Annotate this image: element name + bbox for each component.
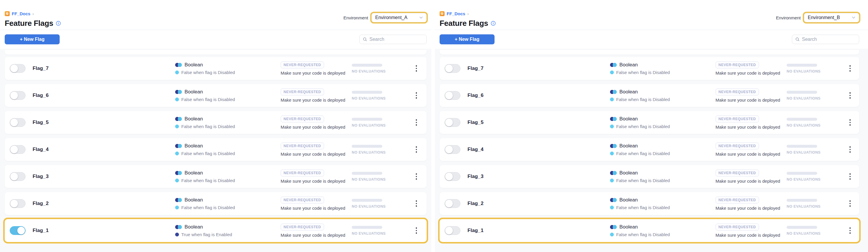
flag-name: Flag_7: [33, 65, 49, 71]
kebab-menu-icon[interactable]: [848, 118, 853, 127]
flag-toggle[interactable]: [444, 118, 460, 127]
flag-row[interactable]: Flag_5 Boolean False when flag is Disabl…: [5, 111, 427, 134]
flag-toggle[interactable]: [10, 91, 26, 100]
info-icon[interactable]: [56, 21, 61, 26]
flag-row[interactable]: Flag_3 Boolean False when flag is Disabl…: [440, 165, 859, 188]
flag-toggle[interactable]: [10, 64, 26, 73]
evaluations-label: NO EVALUATIONS: [352, 69, 406, 73]
kebab-menu-icon[interactable]: [414, 118, 419, 127]
flag-toggle[interactable]: [444, 226, 460, 235]
search-input[interactable]: [369, 37, 423, 42]
new-flag-button[interactable]: + New Flag: [5, 34, 60, 44]
evaluations-label: NO EVALUATIONS: [786, 178, 841, 182]
evaluations-bar: [786, 64, 817, 67]
flag-type: Boolean: [185, 170, 203, 176]
search-icon: [363, 37, 367, 42]
toggle-knob: [445, 119, 453, 126]
kebab-menu-icon[interactable]: [848, 226, 853, 235]
boolean-type-icon: [610, 144, 617, 148]
environment-select[interactable]: Environment_B: [804, 13, 859, 22]
flag-row[interactable]: Flag_2 Boolean False when flag is Disabl…: [5, 192, 427, 215]
kebab-menu-icon[interactable]: [848, 171, 853, 182]
flag-state-text: False when flag is Disabled: [616, 97, 670, 102]
boolean-type-icon: [610, 171, 617, 175]
flag-toggle[interactable]: [444, 145, 460, 154]
flag-row[interactable]: Flag_3 Boolean False when flag is Disabl…: [5, 165, 427, 188]
flag-toggle[interactable]: [10, 172, 26, 181]
flag-row[interactable]: Flag_4 Boolean False when flag is Disabl…: [440, 138, 859, 161]
kebab-menu-icon[interactable]: [414, 91, 419, 100]
flag-name: Flag_3: [467, 174, 484, 180]
flag-state-text: False when flag is Disabled: [616, 70, 670, 75]
flag-state-text: False when flag is Disabled: [616, 151, 670, 156]
flag-type: Boolean: [619, 197, 638, 203]
flag-toggle[interactable]: [10, 145, 26, 154]
toggle-knob: [10, 200, 18, 207]
flag-row[interactable]: Flag_6 Boolean False when flag is Disabl…: [440, 84, 859, 107]
flag-row[interactable]: Flag_7 Boolean False when flag is Disabl…: [440, 57, 859, 80]
dual-environment-comparison: FF_Docs › Feature Flags Environment Envi…: [0, 0, 868, 252]
flag-toggle[interactable]: [444, 91, 460, 100]
evaluations-label: NO EVALUATIONS: [352, 96, 406, 100]
environment-select[interactable]: Environment_A: [371, 13, 427, 22]
search-input[interactable]: [802, 37, 856, 42]
status-hint: Make sure your code is deployed: [281, 70, 352, 75]
flag-state-dot-icon: [610, 125, 614, 128]
status-badge: NEVER-REQUESTED: [281, 61, 324, 68]
chevron-down-icon: [852, 17, 856, 19]
status-hint: Make sure your code is deployed: [715, 125, 786, 129]
boolean-type-icon: [175, 90, 182, 94]
kebab-menu-icon[interactable]: [848, 198, 853, 209]
flag-toggle[interactable]: [10, 118, 26, 127]
environment-picker: Environment Environment_A: [343, 13, 427, 22]
info-icon[interactable]: [491, 21, 496, 26]
status-hint: Make sure your code is deployed: [281, 179, 352, 184]
flag-toggle[interactable]: [10, 226, 26, 235]
flag-row[interactable]: Flag_7 Boolean False when flag is Disabl…: [5, 57, 427, 80]
boolean-type-icon: [175, 171, 182, 175]
evaluations-bar: [786, 145, 817, 148]
boolean-type-icon: [610, 198, 617, 202]
kebab-menu-icon[interactable]: [848, 91, 853, 100]
partial-row: [5, 50, 427, 55]
kebab-menu-icon[interactable]: [414, 198, 419, 209]
kebab-menu-icon[interactable]: [848, 63, 853, 73]
flag-type: Boolean: [185, 224, 203, 230]
status-hint: Make sure your code is deployed: [715, 232, 786, 238]
new-flag-button[interactable]: + New Flag: [440, 34, 495, 44]
flag-toggle[interactable]: [444, 172, 460, 181]
flag-row[interactable]: Flag_5 Boolean False when flag is Disabl…: [440, 111, 859, 134]
status-badge: NEVER-REQUESTED: [715, 196, 759, 203]
kebab-menu-icon[interactable]: [414, 171, 419, 182]
flag-state-dot-icon: [175, 232, 179, 237]
kebab-menu-icon[interactable]: [414, 145, 419, 155]
flag-state-dot-icon: [610, 179, 614, 182]
flag-row[interactable]: Flag_2 Boolean False when flag is Disabl…: [440, 192, 859, 215]
flag-list: Flag_7 Boolean False when flag is Disabl…: [435, 49, 868, 252]
kebab-menu-icon[interactable]: [414, 63, 419, 73]
chevron-down-icon: [419, 17, 423, 19]
flag-state-dot-icon: [610, 97, 614, 101]
status-badge: NEVER-REQUESTED: [281, 169, 324, 177]
flag-type: Boolean: [185, 116, 203, 122]
flag-row[interactable]: Flag_1 Boolean True when flag is Enabled: [5, 219, 427, 242]
toggle-knob: [445, 227, 453, 234]
flag-row[interactable]: Flag_1 Boolean False when flag is Disabl…: [440, 219, 859, 242]
evaluations-bar: [786, 118, 817, 121]
flag-toggle[interactable]: [10, 199, 26, 208]
feature-flags-panel: FF_Docs › Feature Flags Environment Envi…: [0, 0, 431, 252]
kebab-menu-icon[interactable]: [414, 226, 419, 235]
flag-row[interactable]: Flag_4 Boolean False when flag is Disabl…: [5, 138, 427, 161]
flag-toggle[interactable]: [444, 64, 460, 73]
flag-row[interactable]: Flag_6 Boolean False when flag is Disabl…: [5, 84, 427, 107]
kebab-menu-icon[interactable]: [848, 145, 853, 155]
evaluations-bar: [786, 199, 817, 202]
breadcrumb-project-link[interactable]: FF_Docs: [12, 11, 30, 16]
evaluations-bar: [786, 91, 817, 94]
flag-state-dot-icon: [610, 232, 614, 237]
boolean-type-icon: [610, 117, 617, 121]
breadcrumb-project-link[interactable]: FF_Docs: [446, 11, 465, 16]
flag-name: Flag_4: [33, 147, 49, 152]
toggle-knob: [10, 173, 18, 180]
flag-toggle[interactable]: [444, 199, 460, 208]
